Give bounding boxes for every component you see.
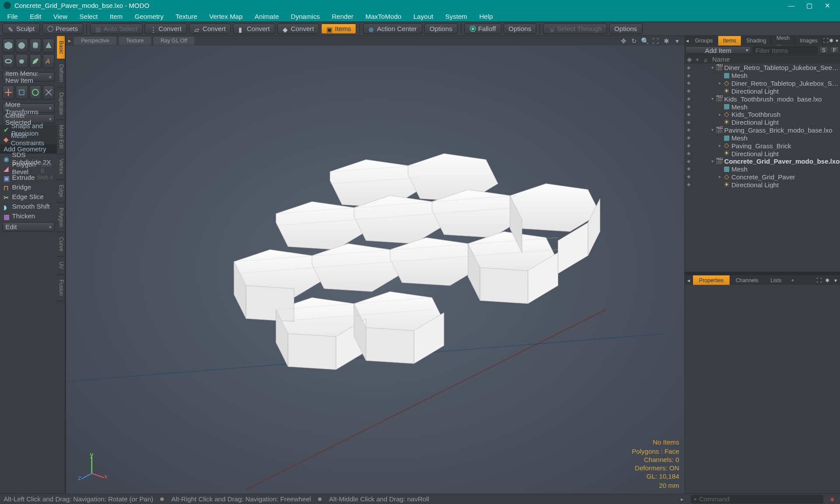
convert1-button[interactable]: ⋮Convert — [145, 23, 187, 34]
tab-duplicate[interactable]: Duplicate — [57, 88, 65, 120]
tree-row-5[interactable]: ◈▦Mesh — [685, 103, 840, 111]
tab-curve[interactable]: Curve — [57, 232, 65, 257]
tree-expand-icon[interactable]: ▸ — [717, 80, 723, 85]
tab-fusion[interactable]: Fusion — [57, 275, 65, 301]
primitive-torus-button[interactable] — [2, 54, 14, 68]
command-input[interactable]: Command — [691, 495, 823, 503]
primitive-teapot-button[interactable] — [16, 54, 28, 68]
primitive-cube-button[interactable] — [2, 38, 14, 53]
tab-channels[interactable]: Channels — [730, 275, 765, 285]
visibility-icon[interactable]: ◈ — [685, 182, 693, 187]
tree-row-9[interactable]: ◈▦Mesh — [685, 134, 840, 142]
pen-tool-button[interactable] — [29, 54, 42, 68]
col-lock-icon[interactable]: ▵ — [701, 56, 710, 63]
tab-shading[interactable]: Shading — [742, 36, 772, 46]
horizontal-splitter[interactable] — [685, 272, 840, 275]
presets-button[interactable]: Presets — [42, 23, 83, 34]
menu-view[interactable]: View — [47, 11, 74, 22]
tree-expand-icon[interactable]: ▸ — [717, 143, 723, 148]
visibility-icon[interactable]: ◈ — [685, 112, 693, 117]
rotate-button[interactable] — [29, 85, 42, 100]
convert3-button[interactable]: ▮Convert — [233, 23, 275, 34]
minimize-button[interactable]: — — [782, 2, 800, 9]
tree-row-15[interactable]: ◈☀Directional Light — [685, 181, 840, 189]
menu-animate[interactable]: Animate — [248, 11, 285, 22]
tab-basic[interactable]: Basic — [57, 36, 65, 60]
menu-geometry[interactable]: Geometry — [129, 11, 170, 22]
options1-button[interactable]: Options — [424, 23, 458, 34]
col-eye-icon[interactable]: ◈ — [685, 56, 693, 63]
col-name[interactable]: Name — [710, 56, 840, 63]
tab-lists[interactable]: Lists — [764, 275, 788, 285]
menu-maxtomodo[interactable]: MaxToModo — [360, 11, 408, 22]
item-menu-dropdown[interactable]: Item Menu: New Item — [2, 72, 54, 82]
menu-vertexmap[interactable]: Vertex Map — [203, 11, 249, 22]
falloff-button[interactable]: Falloff — [464, 23, 501, 34]
menu-help[interactable]: Help — [473, 11, 499, 22]
tree-row-0[interactable]: ◈▾🎬Diner_Retro_Tabletop_Jukebox_Seeburg_… — [685, 63, 840, 71]
menu-item[interactable]: Item — [104, 11, 129, 22]
tab-deform[interactable]: Deform — [57, 60, 65, 88]
tab-add[interactable]: + — [788, 275, 798, 285]
proptab-menu-icon[interactable]: ▾ — [832, 275, 840, 285]
sort-button[interactable]: S — [819, 46, 829, 54]
autoselect-button[interactable]: ⊞Auto Select — [90, 23, 143, 34]
tab-groups[interactable]: Groups — [690, 36, 718, 46]
menu-system[interactable]: System — [439, 11, 473, 22]
menu-render[interactable]: Render — [326, 11, 360, 22]
actioncenter-button[interactable]: ⊕Action Center — [363, 23, 422, 34]
visibility-icon[interactable]: ◈ — [685, 127, 693, 133]
tab-expand-icon[interactable]: ⛶ — [823, 36, 829, 46]
menu-select[interactable]: Select — [74, 11, 104, 22]
zoom-view-icon[interactable]: 🔍 — [641, 37, 649, 45]
tree-row-14[interactable]: ◈▸◇Concrete_Grid_Paver — [685, 173, 840, 181]
tab-meshedit[interactable]: Mesh Edit — [57, 120, 65, 154]
visibility-icon[interactable]: ◈ — [685, 143, 693, 148]
move-view-icon[interactable]: ✥ — [619, 37, 627, 45]
visibility-icon[interactable]: ◈ — [685, 150, 693, 156]
add-item-button[interactable]: Add Item — [685, 46, 751, 54]
maximize-button[interactable]: ▢ — [800, 1, 818, 9]
tree-row-3[interactable]: ◈☀Directional Light — [685, 87, 840, 95]
tab-vertex[interactable]: Vertex — [57, 154, 65, 180]
close-button[interactable]: ✕ — [819, 1, 836, 9]
tree-row-10[interactable]: ◈▸◇Paving_Grass_Brick — [685, 142, 840, 150]
menu-dynamics[interactable]: Dynamics — [285, 11, 326, 22]
tab-collapse-icon[interactable]: ◂ — [685, 36, 690, 46]
tree-row-4[interactable]: ◈▾🎬Kids_Toothbrush_modo_base.lxo — [685, 95, 840, 103]
items-button[interactable]: ▣Items — [321, 23, 357, 34]
edge-slice-tool[interactable]: ✂Edge Slice — [0, 192, 57, 202]
viewport-options-icon[interactable]: ▸ — [68, 38, 71, 44]
bridge-tool[interactable]: ⊓Bridge — [0, 182, 57, 192]
col-plus-icon[interactable]: + — [693, 56, 701, 63]
tab-images[interactable]: Images — [795, 36, 823, 46]
options3-button[interactable]: Options — [609, 23, 643, 34]
visibility-icon[interactable]: ◈ — [685, 96, 693, 101]
tree-row-12[interactable]: ◈▾🎬Concrete_Grid_Paver_modo_bse.lxo — [685, 157, 840, 165]
extrude-tool[interactable]: ▣ExtrudeShift-X — [0, 173, 57, 182]
tab-properties[interactable]: Properties — [693, 275, 730, 285]
tree-row-11[interactable]: ◈☀Directional Light — [685, 149, 840, 157]
smooth-shift-tool[interactable]: ◗Smooth Shift — [0, 202, 57, 211]
tree-row-13[interactable]: ◈▦Mesh — [685, 165, 840, 173]
sculpt-button[interactable]: ✎Sculpt — [2, 23, 40, 34]
proptab-gear-icon[interactable]: ✱ — [823, 275, 832, 285]
convert2-button[interactable]: ▱Convert — [189, 23, 231, 34]
tree-row-8[interactable]: ◈▾🎬Paving_Grass_Brick_modo_base.lxo — [685, 126, 840, 134]
viewport-canvas[interactable]: y x z No Items Polygons : Face Channels:… — [66, 46, 684, 493]
mesh-constraints-section[interactable]: ◆Mesh Constraints — [0, 134, 57, 144]
text-tool-button[interactable]: A — [42, 54, 55, 68]
menu-file[interactable]: File — [1, 11, 24, 22]
visibility-icon[interactable]: ◈ — [685, 119, 693, 125]
fit-view-icon[interactable]: ⛶ — [651, 37, 660, 45]
tree-row-6[interactable]: ◈▸◇Kids_Toothbrush — [685, 110, 840, 118]
tab-gear-icon[interactable]: ✱ — [829, 36, 834, 46]
visibility-icon[interactable]: ◈ — [685, 104, 693, 109]
tree-expand-icon[interactable]: ▸ — [717, 174, 723, 179]
tree-expand-icon[interactable]: ▸ — [717, 112, 723, 117]
visibility-icon[interactable]: ◈ — [685, 174, 693, 179]
dropdown-view-icon[interactable]: ▾ — [673, 37, 682, 45]
visibility-icon[interactable]: ◈ — [685, 135, 693, 140]
tab-items[interactable]: Items — [718, 36, 742, 46]
tree-row-7[interactable]: ◈☀Directional Light — [685, 118, 840, 126]
